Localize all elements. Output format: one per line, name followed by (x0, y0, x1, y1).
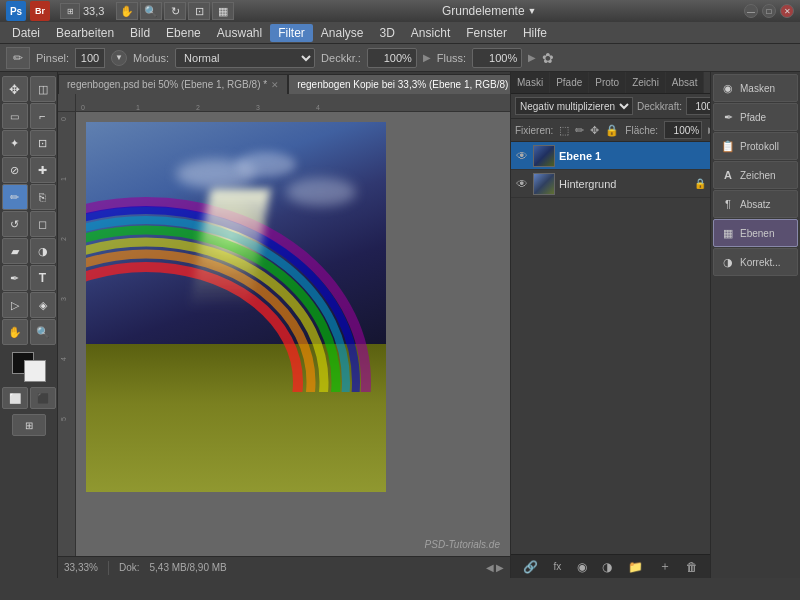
window-controls: — □ ✕ (744, 4, 794, 18)
path-select-tool[interactable]: ▷ (2, 292, 28, 318)
tab-pfade[interactable]: Pfade (550, 72, 589, 93)
type-tool[interactable]: T (30, 265, 56, 291)
history-brush-tool[interactable]: ↺ (2, 211, 28, 237)
normal-mode-btn[interactable]: ⬜ (2, 387, 28, 409)
menu-filter[interactable]: Filter (270, 24, 313, 42)
view-btn[interactable]: ▦ (212, 2, 234, 20)
menu-analyse[interactable]: Analyse (313, 24, 372, 42)
fix-paint-btn[interactable]: ✏ (575, 124, 584, 137)
brush-tool-option[interactable]: ✏ (6, 47, 30, 69)
menu-ansicht[interactable]: Ansicht (403, 24, 458, 42)
layer-blend-mode-select[interactable]: Negativ multiplizieren Normal Multiplizi… (515, 97, 633, 115)
fix-transparent-btn[interactable]: ⬚ (559, 124, 569, 137)
menu-hilfe[interactable]: Hilfe (515, 24, 555, 42)
add-style-btn[interactable]: fx (550, 561, 564, 572)
pen-tool[interactable]: ✒ (2, 265, 28, 291)
far-right-masken[interactable]: ◉ Masken (713, 74, 798, 102)
add-group-btn[interactable]: 📁 (625, 560, 646, 574)
layer-lock-hintergrund: 🔒 (694, 178, 706, 189)
brush-size-box[interactable]: 100 (75, 48, 105, 68)
shape-tool[interactable]: ◈ (30, 292, 56, 318)
far-right-korrekt[interactable]: ◑ Korrekt... (713, 248, 798, 276)
fluss-arrow[interactable]: ▶ (528, 52, 536, 63)
masken-icon: ◉ (720, 82, 736, 95)
layer-row-hintergrund[interactable]: 👁 Hintergrund 🔒 (511, 170, 710, 198)
tab-absat[interactable]: Absat (666, 72, 705, 93)
canvas-scroll[interactable]: PSD-Tutorials.de (76, 112, 510, 556)
dodge-tool[interactable]: ◑ (30, 238, 56, 264)
zoom-lens-tool[interactable]: 🔍 (30, 319, 56, 345)
fluss-input[interactable] (472, 48, 522, 68)
eraser-tool[interactable]: ◻ (30, 211, 56, 237)
next-page-btn[interactable]: ▶ (496, 562, 504, 573)
brush-preset-btn[interactable]: ▼ (111, 50, 127, 66)
prev-page-btn[interactable]: ◀ (486, 562, 494, 573)
layer-visibility-ebene1[interactable]: 👁 (515, 149, 529, 163)
gradient-tool[interactable]: ▰ (2, 238, 28, 264)
modus-select[interactable]: Normal Multiplizieren Aufhellen (175, 48, 315, 68)
zoom-display: 33,3 (83, 5, 104, 17)
fläche-input[interactable] (664, 121, 702, 139)
link-layers-btn[interactable]: 🔗 (520, 560, 541, 574)
toolbar-icon-1[interactable]: ⊞ (60, 3, 80, 19)
layer-row-ebene1[interactable]: 👁 Ebene 1 (511, 142, 710, 170)
br-icon[interactable]: Br (30, 1, 50, 21)
menu-fenster[interactable]: Fenster (458, 24, 515, 42)
tab-1-close[interactable]: ✕ (271, 80, 279, 90)
add-adjustment-btn[interactable]: ◑ (599, 560, 615, 574)
menu-bearbeiten[interactable]: Bearbeiten (48, 24, 122, 42)
far-right-pfade[interactable]: ✒ Pfade (713, 103, 798, 131)
far-right-zeichen[interactable]: A Zeichen (713, 161, 798, 189)
layer-opacity-input[interactable] (686, 97, 710, 115)
far-right-panel: ◉ Masken ✒ Pfade 📋 Protokoll A Zeichen ¶… (710, 72, 800, 578)
background-color[interactable] (24, 360, 46, 382)
eyedropper-tool[interactable]: ⊘ (2, 157, 28, 183)
maximize-btn[interactable]: □ (762, 4, 776, 18)
ruler-row: 0 1 2 3 4 (58, 94, 510, 112)
lasso-tool[interactable]: ⌐ (30, 103, 56, 129)
full-screen-btn[interactable]: ⊞ (12, 414, 46, 436)
workspace-selector[interactable]: Grundelemente ▼ (442, 4, 537, 18)
deckkraft-input[interactable] (367, 48, 417, 68)
far-right-absatz[interactable]: ¶ Absatz (713, 190, 798, 218)
tab-maski[interactable]: Maski (511, 72, 550, 93)
close-btn[interactable]: ✕ (780, 4, 794, 18)
move-tool[interactable]: ✥ (2, 76, 28, 102)
hand-tool[interactable]: ✋ (2, 319, 28, 345)
deckkraft-arrow[interactable]: ▶ (423, 52, 431, 63)
layout-btn[interactable]: ⊡ (188, 2, 210, 20)
crop-tool[interactable]: ⊡ (30, 130, 56, 156)
canvas-with-rulers: 0 1 2 3 4 0 1 2 3 4 5 (58, 94, 510, 556)
tab-proto[interactable]: Proto (589, 72, 626, 93)
tool-group-path: ▷ ◈ (2, 292, 56, 318)
brush-tool[interactable]: ✏ (2, 184, 28, 210)
menu-bild[interactable]: Bild (122, 24, 158, 42)
tab-1[interactable]: regenbogen.psd bei 50% (Ebene 1, RGB/8) … (58, 74, 288, 94)
ps-icon[interactable]: Ps (6, 1, 26, 21)
fix-move-btn[interactable]: ✥ (590, 124, 599, 137)
rect-marquee-tool[interactable]: ▭ (2, 103, 28, 129)
mask-mode-btn[interactable]: ⬛ (30, 387, 56, 409)
far-right-protokoll[interactable]: 📋 Protokoll (713, 132, 798, 160)
add-mask-btn[interactable]: ◉ (574, 560, 590, 574)
minimize-btn[interactable]: — (744, 4, 758, 18)
menu-datei[interactable]: Datei (4, 24, 48, 42)
menu-auswahl[interactable]: Auswahl (209, 24, 270, 42)
clone-tool[interactable]: ⎘ (30, 184, 56, 210)
delete-layer-btn[interactable]: 🗑 (683, 560, 701, 574)
layer-visibility-hintergrund[interactable]: 👁 (515, 177, 529, 191)
tab-2[interactable]: regenbogen Kopie bei 33,3% (Ebene 1, RGB… (288, 74, 510, 94)
far-right-ebenen[interactable]: ▦ Ebenen (713, 219, 798, 247)
new-layer-btn[interactable]: ＋ (656, 558, 674, 575)
magic-wand-tool[interactable]: ✦ (2, 130, 28, 156)
rotate-tool-btn[interactable]: ↻ (164, 2, 186, 20)
hand-tool-btn[interactable]: ✋ (116, 2, 138, 20)
heal-tool[interactable]: ✚ (30, 157, 56, 183)
fix-all-btn[interactable]: 🔒 (605, 124, 619, 137)
menu-3d[interactable]: 3D (372, 24, 403, 42)
menu-ebene[interactable]: Ebene (158, 24, 209, 42)
airbrush-btn[interactable]: ✿ (542, 50, 554, 66)
selection-tool[interactable]: ◫ (30, 76, 56, 102)
zoom-tool-btn[interactable]: 🔍 (140, 2, 162, 20)
tab-zeichi[interactable]: Zeichi (626, 72, 666, 93)
